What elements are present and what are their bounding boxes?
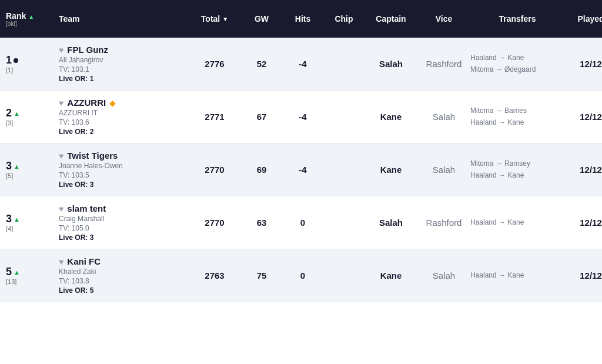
manager-5: Khaled Zaki [59, 268, 188, 276]
team-cell-2: ♥ AZZURRI ◆ AZZURRI IT TV: 103.6 Live OR… [59, 98, 188, 136]
rank-sublabel: [old] [6, 21, 34, 27]
played-1: 12/12 [564, 59, 602, 69]
played-2: 12/12 [564, 112, 602, 122]
captain-3: Kane [364, 165, 417, 175]
rank-sort-icon[interactable]: ▲ [28, 14, 34, 20]
captain-label: Captain [376, 14, 406, 24]
rank-dot-icon [14, 58, 18, 63]
captain-4: Salah [364, 218, 417, 228]
col-vice: Vice [417, 14, 470, 24]
tv-3: TV: 103.5 [59, 171, 188, 179]
manager-4: Craig Marshall [59, 215, 188, 223]
favorite-icon-4[interactable]: ♥ [59, 204, 63, 213]
manager-1: Ali Jahangirov [59, 56, 188, 64]
rank-up-icon-5: ▲ [14, 269, 20, 276]
table-row: 2 ▲ [3] ♥ AZZURRI ◆ AZZURRI IT TV: 103.6… [0, 91, 602, 143]
total-sort-icon[interactable]: ▼ [222, 16, 228, 22]
hits-label: Hits [295, 14, 310, 24]
col-played: Played [564, 14, 602, 24]
rank-old-1: [1] [6, 66, 13, 74]
rank-old-2: [3] [6, 119, 13, 126]
col-rank: Rank ▲ [old] [6, 11, 59, 27]
table-row: 1 [1] ♥ FPL Gunz Ali Jahangirov TV: 103.… [0, 38, 602, 91]
played-label: Played [577, 14, 602, 24]
rank-old-3: [5] [6, 172, 13, 179]
diamond-icon-2: ◆ [109, 98, 116, 108]
rank-cell-4: 3 ▲ [4] [6, 213, 59, 232]
team-name-5: Kani FC [67, 256, 101, 266]
tv-4: TV: 105.0 [59, 224, 188, 232]
team-name-2: AZZURRI [67, 98, 106, 108]
hits-4: 0 [282, 218, 323, 228]
gw-1: 52 [241, 59, 282, 69]
rank-number-4: 3 ▲ [6, 213, 20, 225]
transfer2-3: Haaland → Kane [470, 170, 564, 181]
team-label: Team [59, 14, 80, 24]
rank-up-icon-3: ▲ [14, 163, 20, 170]
live-or-3: Live OR: 3 [59, 181, 188, 189]
hits-3: -4 [282, 165, 323, 175]
gw-4: 63 [241, 218, 282, 228]
gw-5: 75 [241, 271, 282, 280]
rank-cell-5: 5 ▲ [13] [6, 266, 59, 285]
favorite-icon-1[interactable]: ♥ [59, 45, 63, 55]
manager-3: Joanne Hales-Owen [59, 162, 188, 170]
manager-2: AZZURRI IT [59, 109, 188, 117]
rank-number-5: 5 ▲ [6, 266, 20, 278]
total-5: 2763 [188, 271, 241, 280]
table-header: Rank ▲ [old] Team Total ▼ GW Hits Chip C… [0, 0, 602, 38]
team-name-4: slam tent [67, 203, 106, 213]
col-total: Total ▼ [188, 14, 241, 24]
vice-label: Vice [436, 14, 453, 24]
rank-number-1: 1 [6, 54, 18, 66]
transfers-1: Haaland → Kane Mitoma → Ødegaard [470, 52, 564, 75]
gw-2: 67 [241, 112, 282, 122]
rank-number-2: 2 ▲ [6, 107, 20, 119]
league-table: Rank ▲ [old] Team Total ▼ GW Hits Chip C… [0, 0, 602, 302]
played-3: 12/12 [564, 165, 602, 175]
tv-2: TV: 103.6 [59, 118, 188, 126]
tv-1: TV: 103.1 [59, 65, 188, 74]
played-4: 12/12 [564, 218, 602, 228]
col-hits: Hits [282, 14, 323, 24]
hits-2: -4 [282, 112, 323, 122]
favorite-icon-5[interactable]: ♥ [59, 257, 63, 266]
rank-old-5: [13] [6, 278, 16, 285]
team-cell-5: ♥ Kani FC Khaled Zaki TV: 103.8 Live OR:… [59, 256, 188, 295]
total-3: 2770 [188, 165, 241, 175]
total-1: 2776 [188, 59, 241, 69]
tv-5: TV: 103.8 [59, 277, 188, 285]
col-gw: GW [241, 14, 282, 24]
favorite-icon-2[interactable]: ♥ [59, 98, 63, 108]
col-team: Team [59, 14, 188, 24]
vice-3: Salah [417, 165, 470, 175]
transfer1-5: Haaland → Kane [470, 270, 564, 281]
team-name-1: FPL Gunz [67, 45, 108, 55]
captain-2: Kane [364, 112, 417, 122]
table-row: 3 ▲ [5] ♥ Twist Tigers Joanne Hales-Owen… [0, 143, 602, 196]
hits-1: -4 [282, 59, 323, 69]
col-transfers: Transfers [470, 14, 564, 24]
live-or-5: Live OR: 5 [59, 286, 188, 295]
played-5: 12/12 [564, 271, 602, 280]
vice-4: Rashford [417, 218, 470, 228]
chip-label: Chip [335, 14, 353, 24]
total-2: 2771 [188, 112, 241, 122]
transfer1-3: Mitoma → Ramsey [470, 158, 564, 169]
total-4: 2770 [188, 218, 241, 228]
team-cell-3: ♥ Twist Tigers Joanne Hales-Owen TV: 103… [59, 151, 188, 189]
transfer1-4: Haaland → Kane [470, 217, 564, 228]
transfers-4: Haaland → Kane [470, 217, 564, 228]
rank-up-icon-4: ▲ [14, 216, 20, 223]
table-row: 5 ▲ [13] ♥ Kani FC Khaled Zaki TV: 103.8… [0, 249, 602, 302]
team-name-3: Twist Tigers [67, 151, 118, 161]
transfers-label: Transfers [499, 14, 536, 24]
transfer2-1: Mitoma → Ødegaard [470, 64, 564, 75]
favorite-icon-3[interactable]: ♥ [59, 151, 63, 161]
transfer2-2: Haaland → Kane [470, 117, 564, 128]
captain-5: Kane [364, 271, 417, 280]
rank-old-4: [4] [6, 225, 13, 232]
rank-number-3: 3 ▲ [6, 160, 20, 172]
col-chip: Chip [323, 14, 364, 24]
rank-cell-2: 2 ▲ [3] [6, 107, 59, 126]
